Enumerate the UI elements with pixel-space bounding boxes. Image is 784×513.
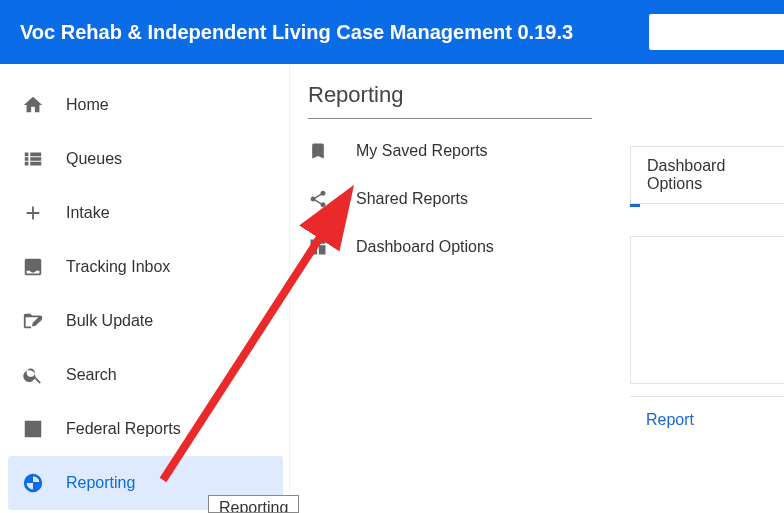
panel-item-my-saved-reports[interactable]: My Saved Reports	[308, 127, 592, 175]
sidebar-item-intake[interactable]: Intake	[0, 186, 289, 240]
edit-folder-icon	[22, 310, 66, 332]
reporting-panel: Reporting My Saved Reports Shared Report…	[290, 64, 610, 513]
search-input[interactable]	[649, 14, 784, 50]
sidebar-item-tracking-inbox[interactable]: Tracking Inbox	[0, 240, 289, 294]
sidebar-item-label: Tracking Inbox	[66, 258, 170, 276]
sidebar-item-label: Intake	[66, 204, 110, 222]
bookmark-icon	[308, 141, 356, 161]
panel-item-shared-reports[interactable]: Shared Reports	[308, 175, 592, 223]
sidebar-item-queues[interactable]: Queues	[0, 132, 289, 186]
report-link[interactable]: Report	[646, 411, 694, 429]
panel-title: Reporting	[308, 82, 592, 119]
sidebar-item-label: Bulk Update	[66, 312, 153, 330]
bar-chart-icon	[22, 418, 66, 440]
active-tab-indicator	[630, 204, 640, 207]
share-icon	[308, 189, 356, 209]
content-card	[630, 236, 784, 384]
tooltip: Reporting	[208, 495, 299, 513]
search-icon	[22, 364, 66, 386]
content-area: Dashboard Options Report	[610, 64, 784, 513]
home-icon	[22, 94, 66, 116]
sidebar-item-label: Search	[66, 366, 117, 384]
plus-icon	[22, 202, 66, 224]
queues-icon	[22, 148, 66, 170]
app-title: Voc Rehab & Independent Living Case Mana…	[20, 21, 573, 44]
inbox-icon	[22, 256, 66, 278]
sidebar-item-bulk-update[interactable]: Bulk Update	[0, 294, 289, 348]
dashboard-options-title: Dashboard Options	[647, 157, 784, 193]
panel-item-label: Shared Reports	[356, 190, 468, 208]
sidebar-item-federal-reports[interactable]: Federal Reports	[0, 402, 289, 456]
panel-item-label: Dashboard Options	[356, 238, 494, 256]
panel-item-label: My Saved Reports	[356, 142, 488, 160]
panel-item-dashboard-options[interactable]: Dashboard Options	[308, 223, 592, 271]
sidebar-item-home[interactable]: Home	[0, 78, 289, 132]
reporting-icon	[22, 472, 66, 494]
dashboard-icon	[308, 237, 356, 257]
sidebar-item-label: Home	[66, 96, 109, 114]
sidebar-item-search[interactable]: Search	[0, 348, 289, 402]
dashboard-options-header: Dashboard Options	[630, 146, 784, 204]
sidebar-item-label: Federal Reports	[66, 420, 181, 438]
sidebar-item-label: Queues	[66, 150, 122, 168]
sidebar-item-label: Reporting	[66, 474, 135, 492]
sidebar: Home Queues Intake Tracking Inbox Bulk U	[0, 64, 290, 513]
app-header: Voc Rehab & Independent Living Case Mana…	[0, 0, 784, 64]
report-link-row: Report	[630, 396, 784, 446]
